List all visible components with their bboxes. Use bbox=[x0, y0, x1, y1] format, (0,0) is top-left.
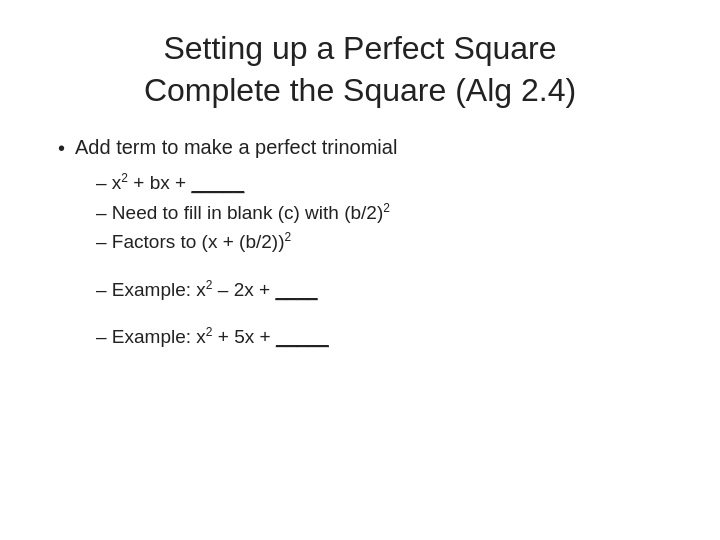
title-line1: Setting up a Perfect Square bbox=[163, 30, 556, 66]
title-line2: Complete the Square (Alg 2.4) bbox=[144, 72, 576, 108]
bullet-text: Add term to make a perfect trinomial bbox=[75, 133, 397, 161]
ex2-label: Example: x2 + 5x + _____ bbox=[112, 326, 329, 347]
ex1-prefix: – bbox=[96, 279, 112, 300]
sub1-text: x2 + bx + _____ bbox=[112, 172, 244, 193]
sub1-exp: 2 bbox=[121, 171, 128, 185]
slide-container: Setting up a Perfect Square Complete the… bbox=[0, 0, 720, 540]
sub1-blank: _____ bbox=[191, 172, 244, 193]
sub3-text: Factors to (x + (b/2))2 bbox=[112, 231, 291, 252]
ex1-blank: ____ bbox=[275, 279, 317, 300]
ex2-prefix: – bbox=[96, 326, 112, 347]
bullet-dot: • bbox=[58, 134, 65, 162]
sub-item-2: – Need to fill in blank (c) with (b/2)2 bbox=[96, 198, 672, 227]
content-block: • Add term to make a perfect trinomial –… bbox=[48, 133, 672, 369]
sub2-exp: 2 bbox=[383, 200, 390, 214]
ex1-label: Example: x2 – 2x + ____ bbox=[112, 279, 318, 300]
ex1-exp: 2 bbox=[206, 277, 213, 291]
sub1-dash: – bbox=[96, 172, 112, 193]
sub3-exp: 2 bbox=[284, 230, 291, 244]
sub-items-list: – x2 + bx + _____ – Need to fill in blan… bbox=[58, 168, 672, 256]
ex2-exp: 2 bbox=[206, 325, 213, 339]
title-block: Setting up a Perfect Square Complete the… bbox=[48, 28, 672, 111]
examples-block: – Example: x2 – 2x + ____ – Example: x2 … bbox=[58, 275, 672, 352]
sub3-dash: – bbox=[96, 231, 112, 252]
sub2-dash: – bbox=[96, 202, 112, 223]
sub2-text: Need to fill in blank (c) with (b/2)2 bbox=[112, 202, 390, 223]
slide-title: Setting up a Perfect Square Complete the… bbox=[48, 28, 672, 111]
example-1: – Example: x2 – 2x + ____ bbox=[96, 275, 672, 304]
sub-item-1: – x2 + bx + _____ bbox=[96, 168, 672, 197]
ex2-blank: _____ bbox=[276, 326, 329, 347]
main-bullet: • Add term to make a perfect trinomial bbox=[58, 133, 672, 162]
sub-item-3: – Factors to (x + (b/2))2 bbox=[96, 227, 672, 256]
example-2: – Example: x2 + 5x + _____ bbox=[96, 322, 672, 351]
